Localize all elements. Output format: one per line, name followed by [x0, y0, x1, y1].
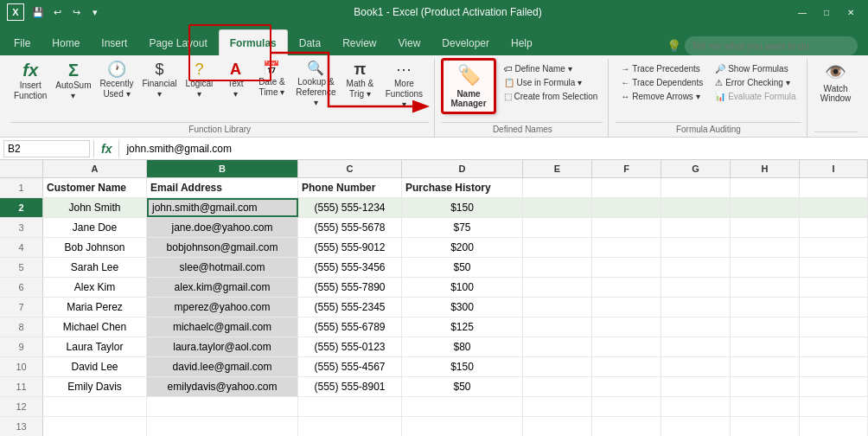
cell-c3[interactable]: (555) 555-5678: [298, 218, 402, 237]
cell-f8[interactable]: [592, 317, 661, 337]
col-header-g[interactable]: G: [661, 160, 731, 177]
cell-i10[interactable]: [800, 357, 868, 376]
cell-c11[interactable]: (555) 555-8901: [298, 377, 402, 396]
cell-h6[interactable]: [731, 278, 800, 297]
cell-g3[interactable]: [661, 218, 731, 237]
cell-b11[interactable]: emilydavis@yahoo.com: [147, 377, 298, 396]
cell-f7[interactable]: [592, 298, 661, 317]
watch-window-button[interactable]: 👁️ WatchWindow: [814, 59, 858, 106]
cell-g11[interactable]: [661, 377, 731, 396]
redo-button[interactable]: ↪: [67, 3, 85, 21]
cell-c5[interactable]: (555) 555-3456: [298, 258, 402, 277]
text-button[interactable]: A Text▾: [218, 59, 252, 102]
cell-c4[interactable]: (555) 555-9012: [298, 238, 402, 257]
cell-i9[interactable]: [800, 337, 868, 356]
cell-a3[interactable]: Jane Doe: [43, 218, 147, 237]
autosum-button[interactable]: Σ AutoSum▾: [52, 59, 94, 104]
tab-home[interactable]: Home: [41, 31, 90, 55]
cell-i13[interactable]: [800, 417, 868, 436]
cell-a10[interactable]: David Lee: [43, 357, 147, 376]
cell-c10[interactable]: (555) 555-4567: [298, 357, 402, 376]
cell-c1[interactable]: Phone Number: [298, 178, 402, 197]
recently-used-button[interactable]: 🕐 RecentlyUsed ▾: [97, 59, 137, 102]
customize-qat-button[interactable]: ▾: [86, 3, 104, 21]
cell-i1[interactable]: [800, 178, 868, 197]
error-checking-button[interactable]: ⚠ Error Checking ▾: [712, 76, 799, 89]
cell-h1[interactable]: [731, 178, 800, 197]
col-header-e[interactable]: E: [523, 160, 592, 177]
col-header-i[interactable]: I: [800, 160, 868, 177]
save-button[interactable]: 💾: [29, 3, 47, 21]
cell-f11[interactable]: [592, 377, 661, 396]
cell-h5[interactable]: [731, 258, 800, 277]
cell-b7[interactable]: mperez@yahoo.com: [147, 298, 298, 317]
cell-h7[interactable]: [731, 298, 800, 317]
tab-file[interactable]: File: [3, 31, 41, 55]
cell-g9[interactable]: [661, 337, 731, 356]
cell-e7[interactable]: [523, 298, 592, 317]
cell-i4[interactable]: [800, 238, 868, 257]
cell-f5[interactable]: [592, 258, 661, 277]
cell-h2[interactable]: [731, 198, 800, 217]
cell-d8[interactable]: $125: [402, 317, 523, 337]
cell-d3[interactable]: $75: [402, 218, 523, 237]
cell-i8[interactable]: [800, 317, 868, 337]
cell-b2[interactable]: john.smith@gmail.com: [147, 198, 298, 217]
financial-button[interactable]: $ Financial▾: [138, 59, 180, 102]
cell-e1[interactable]: [523, 178, 592, 197]
cell-e4[interactable]: [523, 238, 592, 257]
insert-function-button[interactable]: fx InsertFunction: [10, 59, 50, 104]
cell-i12[interactable]: [800, 397, 868, 416]
evaluate-formula-button[interactable]: 📊 Evaluate Formula: [712, 90, 799, 103]
col-header-d[interactable]: D: [402, 160, 523, 177]
cell-a1[interactable]: Customer Name: [43, 178, 147, 197]
cell-d2[interactable]: $150: [402, 198, 523, 217]
cell-g7[interactable]: [661, 298, 731, 317]
tab-developer[interactable]: Developer: [431, 31, 500, 55]
cell-i5[interactable]: [800, 258, 868, 277]
col-header-a[interactable]: A: [43, 160, 147, 177]
cell-e10[interactable]: [523, 357, 592, 376]
cell-b6[interactable]: alex.kim@gmail.com: [147, 278, 298, 297]
cell-a11[interactable]: Emily Davis: [43, 377, 147, 396]
maximize-button[interactable]: □: [816, 3, 837, 21]
cell-g5[interactable]: [661, 258, 731, 277]
cell-h13[interactable]: [731, 417, 800, 436]
cell-g1[interactable]: [661, 178, 731, 197]
cell-d12[interactable]: [402, 397, 523, 416]
tab-view[interactable]: View: [388, 31, 431, 55]
cell-a4[interactable]: Bob Johnson: [43, 238, 147, 257]
cell-d1[interactable]: Purchase History: [402, 178, 523, 197]
cell-b9[interactable]: laura.taylor@aol.com: [147, 337, 298, 356]
cell-h4[interactable]: [731, 238, 800, 257]
cell-b12[interactable]: [147, 397, 298, 416]
cell-g4[interactable]: [661, 238, 731, 257]
cell-f1[interactable]: [592, 178, 661, 197]
col-header-f[interactable]: F: [592, 160, 661, 177]
cell-h12[interactable]: [731, 397, 800, 416]
show-formulas-button[interactable]: 🔎 Show Formulas: [712, 62, 799, 75]
cell-i3[interactable]: [800, 218, 868, 237]
cell-c2[interactable]: (555) 555-1234: [298, 198, 402, 217]
cell-b13[interactable]: [147, 417, 298, 436]
cell-i6[interactable]: [800, 278, 868, 297]
cell-a12[interactable]: [43, 397, 147, 416]
cell-d4[interactable]: $200: [402, 238, 523, 257]
col-header-c[interactable]: C: [298, 160, 402, 177]
cell-c6[interactable]: (555) 555-7890: [298, 278, 402, 297]
cell-h9[interactable]: [731, 337, 800, 356]
create-from-selection-button[interactable]: ⬚ Create from Selection: [501, 90, 602, 103]
cell-b8[interactable]: michaelc@gmail.com: [147, 317, 298, 337]
cell-f3[interactable]: [592, 218, 661, 237]
math-trig-button[interactable]: π Math &Trig ▾: [342, 59, 377, 102]
tab-help[interactable]: Help: [501, 31, 543, 55]
cell-f12[interactable]: [592, 397, 661, 416]
cell-a6[interactable]: Alex Kim: [43, 278, 147, 297]
cell-e5[interactable]: [523, 258, 592, 277]
use-in-formula-button[interactable]: 📋 Use in Formula ▾: [501, 76, 602, 89]
tell-me-input[interactable]: [685, 36, 858, 55]
col-header-b[interactable]: B: [147, 160, 298, 177]
cell-h10[interactable]: [731, 357, 800, 376]
undo-button[interactable]: ↩: [48, 3, 66, 21]
cell-d5[interactable]: $50: [402, 258, 523, 277]
